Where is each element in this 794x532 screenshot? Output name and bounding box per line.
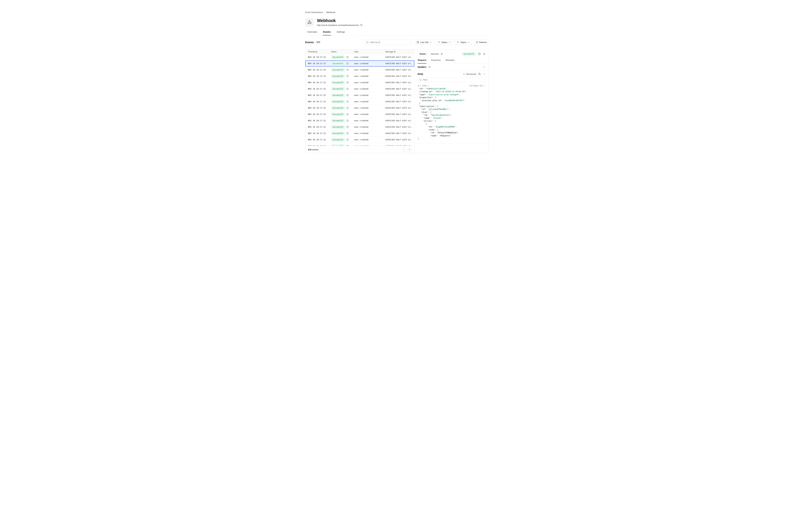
table-row[interactable]: NOV 18 10:17:22 Successful user.created … [305, 105, 414, 111]
retry-icon [478, 53, 481, 55]
cell-message-id: b4925365-b8cf-42b7-a76… [385, 132, 414, 134]
collapse-body-button[interactable] [483, 73, 486, 75]
subtab-request[interactable]: Request [418, 59, 427, 63]
page-title: Webhook [317, 18, 362, 23]
cell-topic: user.created [354, 107, 385, 109]
topics-filter-label: Topics [460, 41, 466, 43]
table-row[interactable]: NOV 18 10:17:22 Successful user.created … [305, 79, 414, 86]
status-filter-label: Status [441, 41, 447, 43]
calendar-icon [417, 41, 419, 43]
table-row[interactable]: NOV 18 10:17:22 Successful user.created … [305, 111, 414, 117]
retry-row-button[interactable] [346, 100, 349, 103]
table-row[interactable]: NOV 18 10:17:22 Successful user.created … [305, 130, 414, 136]
cell-timestamp: NOV 18 10:17:22 [308, 138, 331, 141]
table-row[interactable]: NOV 18 10:17:22 Successful user.created … [305, 54, 414, 60]
status-badge: Successful [331, 119, 345, 122]
attempts-tab[interactable]: Attempts 3 [431, 53, 443, 55]
tab-settings[interactable]: Settings [336, 31, 345, 35]
retry-row-button[interactable] [346, 75, 349, 77]
cell-topic: user.created [354, 69, 385, 71]
cell-timestamp: NOV 18 10:17:22 [308, 94, 331, 96]
retry-row-button[interactable] [346, 56, 349, 58]
item-count-toggle[interactable]: 1 item ↑ [419, 84, 429, 87]
cell-topic: user.created [354, 88, 385, 90]
table-row[interactable]: NOV 18 10:17:22 Successful user.created … [305, 86, 414, 92]
retry-row-button[interactable] [346, 88, 349, 90]
json-line: "subscription": { [418, 105, 486, 108]
cell-timestamp: NOV 18 10:17:22 [308, 69, 331, 71]
close-panel-button[interactable] [483, 53, 486, 55]
event-tab[interactable]: Event [418, 52, 428, 56]
retry-row-button[interactable] [346, 107, 349, 109]
chevron-down-icon [483, 66, 486, 68]
json-line: "properties": { [418, 96, 486, 99]
table-row[interactable]: NOV 18 10:17:22 Successful user.created … [305, 98, 414, 105]
copy-icon [478, 73, 481, 75]
filter-by-id-input[interactable] [370, 41, 410, 43]
table-row[interactable]: NOV 18 10:17:22 Successful user.created … [305, 136, 414, 143]
cell-message-id: b4925365-b8cf-42b7-a76… [385, 56, 414, 58]
time-range-button[interactable]: Last 24h [415, 40, 434, 45]
subtab-metadata[interactable]: Metadata [445, 59, 454, 63]
column-header-topic: Topic [354, 51, 385, 53]
table-row[interactable]: NOV 18 10:17:22 Successful user.created … [305, 143, 414, 146]
copy-url-button[interactable] [360, 24, 362, 26]
retry-row-button[interactable] [346, 126, 349, 128]
tab-overview[interactable]: Overview [307, 31, 317, 35]
tab-events[interactable]: Events [323, 31, 331, 35]
retry-row-button[interactable] [346, 113, 349, 115]
retry-row-button[interactable] [346, 138, 349, 141]
body-label: Body [418, 73, 423, 75]
table-row[interactable]: NOV 18 10:17:22 Successful user.created … [305, 92, 414, 98]
retry-row-button[interactable] [346, 62, 349, 64]
json-line: "id": "MJ2oy747MNQXELAo", [418, 131, 486, 134]
table-row[interactable]: NOV 18 10:17:22 Successful user.created … [305, 117, 414, 124]
retry-row-button[interactable] [346, 119, 349, 122]
subtab-response[interactable]: Response [431, 59, 441, 63]
chevron-down-icon [468, 41, 470, 43]
event-status-badge: Successful [462, 52, 476, 56]
cell-topic: user.created [354, 132, 385, 134]
prev-page-button[interactable] [402, 148, 406, 152]
table-row[interactable]: NOV 18 10:17:22 Successful user.created … [305, 67, 414, 73]
search-icon [419, 79, 422, 81]
json-line: { [418, 122, 486, 126]
structured-mode-toggle[interactable]: Structured [463, 73, 476, 75]
status-filter-button[interactable]: Status [436, 40, 453, 45]
retry-row-button[interactable] [346, 94, 349, 96]
table-row[interactable]: NOV 18 10:17:22 Successful user.created … [305, 124, 414, 130]
breadcrumb-link-webhook[interactable]: Webhook [326, 11, 335, 14]
retry-row-button[interactable] [346, 81, 349, 84]
cell-timestamp: NOV 18 10:17:22 [308, 113, 331, 115]
chevron-right-icon [409, 149, 411, 151]
breadcrumb-link-event-destinations[interactable]: Event Destinations [305, 11, 323, 14]
chevron-left-icon [403, 149, 405, 151]
next-page-button[interactable] [408, 148, 412, 152]
retry-row-button[interactable] [346, 132, 349, 134]
cell-timestamp: NOV 18 10:17:22 [308, 126, 331, 128]
table-row[interactable]: NOV 18 10:17:22 Successful user.created … [305, 73, 414, 79]
copy-icon [360, 24, 362, 26]
code-icon [463, 73, 465, 75]
retry-row-button[interactable] [346, 69, 349, 71]
copy-body-button[interactable] [478, 73, 481, 75]
retry-icon [346, 94, 349, 96]
json-filter-wrap [418, 77, 486, 82]
webhook-icon [305, 18, 314, 26]
table-row[interactable]: NOV 18 10:17:22 Successful user.created … [305, 60, 414, 67]
cell-topic: user.created [354, 113, 385, 115]
close-icon [483, 53, 486, 55]
cell-timestamp: NOV 18 10:17:22 [308, 88, 331, 90]
retry-event-button[interactable] [478, 53, 481, 55]
retry-icon [346, 69, 349, 71]
json-filter-input[interactable] [423, 79, 484, 81]
headers-section-toggle[interactable]: Headers 3 [414, 63, 489, 71]
topics-filter-button[interactable]: Topics [455, 40, 472, 45]
breadcrumb-separator: / [324, 11, 325, 14]
collapse-all-button[interactable]: Collapse all ↑ [469, 84, 486, 87]
cell-timestamp: NOV 18 10:17:22 [308, 62, 331, 64]
events-table: Timestamp Status Topic Message ID NOV 18… [305, 50, 414, 153]
refresh-button[interactable]: Refresh [474, 40, 489, 45]
webhook-url: http://mock.hookdeck.com/webhooks/events [317, 24, 359, 26]
cell-message-id: b4925365-b8cf-42b7-a76… [385, 113, 414, 115]
